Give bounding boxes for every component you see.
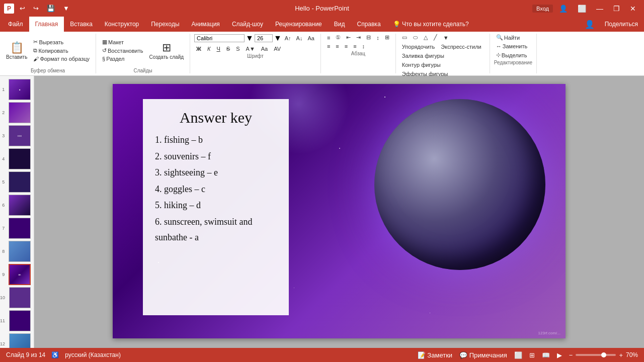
rectangle-shape-button[interactable]: ▭: [400, 34, 409, 41]
bold-button[interactable]: Ж: [194, 45, 203, 52]
shape-fill-button[interactable]: Заливка фигуры: [400, 52, 446, 59]
char-spacing-button[interactable]: AV: [272, 45, 283, 52]
oval-shape-button[interactable]: ⬭: [411, 34, 420, 41]
increase-font-button[interactable]: A↑: [283, 35, 293, 42]
clear-format-button[interactable]: Aa: [305, 35, 316, 42]
bullets-button[interactable]: ≡: [325, 34, 332, 41]
replace-button[interactable]: ↔ Заменить: [494, 43, 529, 50]
slide-thumb-8[interactable]: [9, 241, 31, 262]
notes-button[interactable]: 📝 Заметки: [417, 350, 453, 360]
new-slide-button[interactable]: ⊞ Создать слайд: [147, 40, 186, 61]
select-button[interactable]: ⊹ Выделить: [494, 51, 529, 59]
justify-button[interactable]: ≡: [351, 43, 358, 50]
comments-button[interactable]: 💬 Примечания: [458, 350, 508, 360]
zoom-out-button[interactable]: −: [568, 350, 574, 360]
tab-slideshow[interactable]: Слайд-шоу: [226, 17, 269, 32]
shadow-button[interactable]: S: [234, 45, 242, 52]
slide-thumb-wrapper-4: 4: [0, 147, 34, 170]
format-painter-button[interactable]: 🖌 Формат по образцу: [31, 55, 92, 62]
undo-button[interactable]: ↩: [17, 4, 28, 13]
slide-thumb-2[interactable]: [9, 102, 31, 123]
font-size-input[interactable]: [255, 34, 273, 42]
numbering-button[interactable]: ①: [334, 34, 343, 41]
line-spacing-button[interactable]: ↕: [360, 43, 367, 50]
app-logo: P: [4, 4, 14, 14]
copy-button[interactable]: ⧉ Копировать: [31, 47, 92, 54]
font-name-dropdown-icon[interactable]: ▼: [246, 34, 254, 43]
tab-transitions[interactable]: Переходы: [145, 17, 185, 32]
italic-button[interactable]: К: [205, 45, 212, 52]
slideshow-button[interactable]: ▶: [556, 350, 563, 360]
slide-thumb-5[interactable]: [9, 171, 31, 193]
zoom-slider[interactable]: [576, 354, 616, 356]
qat-customize-button[interactable]: ▼: [60, 4, 72, 13]
strikethrough-button[interactable]: S: [224, 45, 232, 52]
slide-thumb-11[interactable]: [9, 310, 31, 331]
comments-icon: 💬: [459, 351, 467, 359]
account-icon-button[interactable]: 👤: [555, 4, 572, 14]
title-bar-right: Вход 👤 ⬜ — ❐ ✕: [532, 4, 640, 14]
underline-button[interactable]: Ч: [215, 45, 222, 52]
clipboard-label: Буфер обмена: [4, 68, 92, 73]
ribbon-display-button[interactable]: ⬜: [574, 4, 590, 14]
font-name-input[interactable]: [194, 34, 245, 42]
line-shape-button[interactable]: ╱: [432, 34, 439, 41]
reset-button[interactable]: ↺ Восстановить: [100, 47, 145, 54]
zoom-in-button[interactable]: +: [618, 350, 624, 360]
tab-design[interactable]: Конструктор: [99, 17, 145, 32]
restore-button[interactable]: ❐: [609, 4, 624, 14]
align-left-button[interactable]: ≡: [325, 43, 332, 50]
reading-view-button[interactable]: 📖: [541, 350, 551, 360]
tab-view[interactable]: Вид: [328, 17, 351, 32]
tab-help[interactable]: Справка: [351, 17, 386, 32]
slide-thumb-4[interactable]: [9, 148, 31, 169]
minimize-button[interactable]: —: [592, 4, 607, 14]
slide-canvas[interactable]: Answer key 1. fishing – b 2. souvenirs –…: [113, 84, 566, 338]
decrease-font-button[interactable]: A↓: [294, 35, 305, 42]
slide-thumb-wrapper-7: 7: [0, 217, 34, 240]
font-size-dropdown-icon[interactable]: ▼: [274, 34, 282, 43]
font-case-button[interactable]: Aa: [259, 45, 270, 52]
text-direction-button[interactable]: ↕: [374, 34, 381, 41]
login-button[interactable]: Вход: [532, 5, 553, 13]
triangle-shape-button[interactable]: △: [422, 34, 430, 41]
slide-thumb-7[interactable]: [9, 218, 31, 239]
tab-search[interactable]: 💡 Что вы хотите сделать?: [387, 17, 475, 32]
tab-file[interactable]: Файл: [2, 17, 29, 32]
tab-review[interactable]: Рецензирование: [269, 17, 328, 32]
quick-styles-button[interactable]: Экспресс-стили: [439, 43, 483, 50]
slide-number-5: 5: [0, 179, 5, 185]
share-button[interactable]: Поделиться: [599, 19, 644, 30]
slide-sorter-button[interactable]: ⊞: [528, 350, 536, 360]
close-button[interactable]: ✕: [626, 4, 640, 14]
slide-thumb-6[interactable]: [9, 195, 31, 216]
tab-insert[interactable]: Вставка: [64, 17, 99, 32]
columns-button[interactable]: ⊟: [364, 34, 373, 41]
slide-thumb-10[interactable]: [9, 287, 31, 308]
layout-button[interactable]: ▦ Макет: [100, 38, 145, 46]
increase-indent-button[interactable]: ⇥: [354, 34, 363, 41]
section-button[interactable]: § Раздел: [100, 55, 145, 62]
tab-home[interactable]: Главная: [29, 17, 64, 32]
decrease-indent-button[interactable]: ⇤: [344, 34, 353, 41]
slide-thumb-1[interactable]: ●: [9, 79, 31, 100]
slide-thumb-wrapper-8: 8: [0, 240, 34, 263]
slide-thumb-3[interactable]: ≡≡≡: [9, 125, 31, 146]
smart-art-button[interactable]: ⊞: [383, 34, 391, 41]
align-center-button[interactable]: ≡: [334, 43, 341, 50]
arrange-button[interactable]: Упорядочить: [400, 43, 437, 50]
align-right-button[interactable]: ≡: [343, 43, 350, 50]
paste-button[interactable]: 📋 Вставить: [4, 40, 29, 61]
shape-outline-button[interactable]: Контур фигуры: [400, 61, 443, 68]
cut-button[interactable]: ✂ Вырезать: [31, 38, 92, 46]
answer-key-box[interactable]: Answer key 1. fishing – b 2. souvenirs –…: [143, 99, 289, 315]
font-color-button[interactable]: A▼: [244, 45, 257, 52]
tab-animation[interactable]: Анимация: [186, 17, 226, 32]
find-button[interactable]: 🔍 Найти: [494, 34, 529, 41]
normal-view-button[interactable]: ⬜: [513, 350, 523, 360]
slide-thumb-12[interactable]: [9, 333, 31, 348]
more-shapes-button[interactable]: ▼: [441, 34, 451, 41]
slide-thumb-9[interactable]: AK: [9, 264, 31, 285]
save-button[interactable]: 💾: [44, 4, 57, 13]
redo-button[interactable]: ↪: [31, 4, 41, 13]
